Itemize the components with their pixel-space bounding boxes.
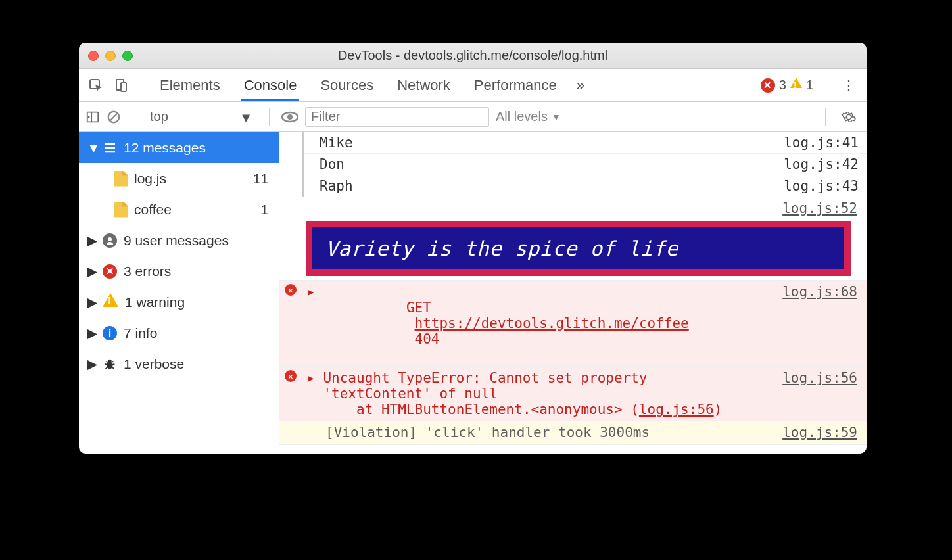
log-source-link[interactable]: log.js:59 <box>782 425 859 440</box>
sidebar-group-label: 7 info <box>124 325 271 341</box>
context-selector[interactable]: top ▼ <box>145 107 257 126</box>
close-window-button[interactable] <box>88 51 99 61</box>
user-icon <box>103 233 117 248</box>
live-expression-icon[interactable] <box>281 111 298 123</box>
sidebar-item-verbose[interactable]: ▶ 1 verbose <box>79 348 279 379</box>
banner-text: Variety is the spice of life <box>312 227 844 269</box>
log-source-link[interactable]: log.js:41 <box>784 135 859 151</box>
console-toolbar: top ▼ All levels ▼ <box>79 102 867 132</box>
log-entry[interactable]: Mike log.js:41 <box>304 132 867 154</box>
chevron-down-icon: ▼ <box>239 110 252 126</box>
status-badges[interactable]: ✕ 3 1 <box>761 78 813 93</box>
http-status: 404 <box>415 331 440 347</box>
console-sidebar: ▼ 12 messages log.js 11 coffee 1 ▶ 9 use… <box>79 132 279 454</box>
clear-console-icon[interactable] <box>107 110 121 124</box>
settings-icon[interactable] <box>838 110 860 124</box>
titlebar: DevTools - devtools.glitch.me/console/lo… <box>79 43 867 69</box>
sidebar-file-count: 1 <box>260 202 271 218</box>
sidebar-item-messages[interactable]: ▼ 12 messages <box>79 132 279 163</box>
tabs-overflow-button[interactable]: » <box>577 77 584 94</box>
console-output: Mike log.js:41 Don log.js:42 Raph log.js… <box>279 132 867 454</box>
error-count: 3 <box>779 78 786 93</box>
chevron-right-icon: ▶ <box>87 294 96 310</box>
log-source-link[interactable]: log.js:56 <box>782 370 859 386</box>
tab-network[interactable]: Network <box>394 70 453 100</box>
tab-elements[interactable]: Elements <box>157 70 223 100</box>
log-group: Mike log.js:41 Don log.js:42 Raph log.js… <box>279 132 867 197</box>
sidebar-group-label: 1 warning <box>125 294 271 310</box>
devtools-tabbar: Elements Console Sources Network Perform… <box>79 69 867 102</box>
error-icon: ✕ <box>285 370 297 382</box>
violation-text: [Violation] 'click' handler took 3000ms <box>325 425 776 440</box>
error-icon: ✕ <box>103 264 117 279</box>
svg-point-14 <box>108 359 112 363</box>
log-entry-network-error[interactable]: ✕ ▶ GET https://devtools.glitch.me/coffe… <box>279 281 867 367</box>
sidebar-group-label: 9 user messages <box>124 233 271 248</box>
log-text: Raph <box>320 178 784 194</box>
svg-line-16 <box>112 364 115 365</box>
sidebar-file-name: coffee <box>134 202 254 218</box>
tab-console[interactable]: Console <box>241 70 300 101</box>
disclosure-triangle-icon[interactable]: ▶ <box>308 373 314 383</box>
log-entry[interactable]: Don log.js:42 <box>304 154 867 175</box>
sidebar-messages-label: 12 messages <box>124 140 271 156</box>
sidebar-item-info[interactable]: ▶ i 7 info <box>79 317 279 348</box>
sidebar-file-logjs[interactable]: log.js 11 <box>79 163 279 194</box>
svg-line-18 <box>112 367 114 369</box>
log-entry[interactable]: Raph log.js:43 <box>304 175 867 197</box>
sidebar-item-user-messages[interactable]: ▶ 9 user messages <box>79 225 279 256</box>
svg-line-6 <box>110 113 118 120</box>
chevron-right-icon: ▶ <box>87 325 96 341</box>
context-value: top <box>150 109 168 124</box>
disclosure-triangle-icon[interactable]: ▶ <box>308 287 314 297</box>
sidebar-group-label: 1 verbose <box>124 356 271 372</box>
warning-badge-icon <box>790 78 802 88</box>
kebab-menu-icon[interactable]: ⋮ <box>838 77 860 94</box>
device-toolbar-icon[interactable] <box>110 75 131 96</box>
sidebar-file-name: log.js <box>134 171 247 187</box>
info-icon: i <box>103 326 117 340</box>
filter-input[interactable] <box>305 107 489 127</box>
minimize-window-button[interactable] <box>105 51 116 61</box>
svg-line-20 <box>112 361 114 362</box>
chevron-right-icon: ▶ <box>87 264 96 279</box>
sidebar-item-warnings[interactable]: ▶ 1 warning <box>79 287 279 317</box>
window-controls <box>88 51 133 61</box>
stack-source-link[interactable]: log.js:56 <box>639 402 714 417</box>
toggle-sidebar-icon[interactable] <box>85 110 100 124</box>
window-title: DevTools - devtools.glitch.me/console/lo… <box>79 48 867 63</box>
levels-label: All levels <box>496 109 548 124</box>
console-prompt[interactable]: › <box>279 445 867 454</box>
tab-performance[interactable]: Performance <box>471 70 559 100</box>
sidebar-item-errors[interactable]: ▶ ✕ 3 errors <box>79 256 279 287</box>
sidebar-group-label: 3 errors <box>124 264 271 279</box>
log-source-link[interactable]: log.js:52 <box>782 200 859 216</box>
request-url[interactable]: https://devtools.glitch.me/coffee <box>415 315 689 331</box>
log-source-link[interactable]: log.js:43 <box>784 178 859 194</box>
log-entry-violation[interactable]: [Violation] 'click' handler took 3000ms … <box>279 421 867 445</box>
zoom-window-button[interactable] <box>122 51 133 61</box>
sidebar-file-coffee[interactable]: coffee 1 <box>79 194 279 225</box>
error-message: Uncaught TypeError: Cannot set property … <box>323 370 776 417</box>
list-icon <box>103 142 117 154</box>
panel-tabs: Elements Console Sources Network Perform… <box>157 70 559 100</box>
error-badge-icon: ✕ <box>761 78 775 93</box>
svg-line-19 <box>107 361 108 362</box>
sidebar-file-count: 11 <box>253 171 271 187</box>
log-source-link[interactable]: log.js:68 <box>782 284 859 300</box>
bug-icon <box>103 357 117 371</box>
log-entry-type-error[interactable]: ✕ ▶ Uncaught TypeError: Cannot set prope… <box>279 367 867 421</box>
inspect-element-icon[interactable] <box>85 75 107 96</box>
file-icon <box>114 202 128 218</box>
log-text: Mike <box>320 135 784 151</box>
warning-icon <box>103 293 118 307</box>
svg-rect-2 <box>121 83 126 91</box>
http-method: GET <box>406 300 431 315</box>
log-source-link[interactable]: log.js:42 <box>784 156 859 172</box>
chevron-right-icon: ▶ <box>87 356 96 372</box>
log-entry-banner[interactable]: log.js:52 <box>279 197 867 221</box>
log-text: Don <box>320 156 784 172</box>
log-levels-selector[interactable]: All levels ▼ <box>496 109 561 124</box>
tab-sources[interactable]: Sources <box>318 70 376 100</box>
chevron-down-icon: ▼ <box>552 112 561 122</box>
